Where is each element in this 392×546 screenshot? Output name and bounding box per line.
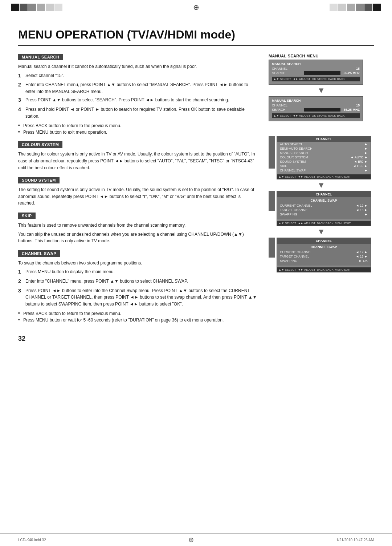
swap-menu2-channel-title: CHANNEL (277, 238, 371, 244)
channel-swap-steps: 1 Press MENU button to display the main … (18, 268, 258, 307)
manual-search-bullets: Press BACK button to return to the previ… (18, 122, 258, 136)
colour-system-section: COLOUR SYSTEM The setting for colour sys… (18, 141, 258, 171)
channel-swap-step-2: 2 Enter into "CHANNEL" menu, press POINT… (18, 278, 258, 286)
menu-adjust-text-2: ◄► ADJUST (293, 114, 310, 117)
menu-box2-controls: ▲▼ SELECT ◄► ADJUST OK STORE BACK BACK (272, 113, 360, 118)
main-content: MENU OPERATION (TV/AV/HDMI mode) MANUAL … (0, 13, 392, 357)
page-number-area: 32 (18, 335, 374, 343)
page-footer: LCD-K40.indd 32 ⊕ 1/21/2010 10:47:26 AM (0, 533, 392, 546)
manual-search-step-3: 3 Press POINT ▲▼ buttons to select "SEAR… (18, 97, 258, 104)
skip-body2: You can skip the unused or undesired cha… (18, 231, 258, 244)
menu-controls-text-1: ▲▼ SELECT (273, 77, 291, 81)
swap-menu1-controls: ▲▼ SELECT ◄► ADJUST BACK BACK MENU EXIT (277, 221, 371, 226)
menu-box2-channel-row: CHANNEL 15 (272, 104, 360, 107)
channel-swap-body: To swap the channels between two stored … (18, 260, 258, 267)
arrow-down-1: ▼ (269, 86, 374, 95)
manual-search-body1: Manual search a channel if it cannot be … (18, 63, 258, 70)
search-bar-1 (304, 71, 340, 75)
channel-swap-step-1: 1 Press MENU button to display the main … (18, 268, 258, 276)
mark-9 (347, 4, 355, 11)
menu-box1-search-row: SEARCH 55.25 MHZ (272, 71, 360, 75)
page-title: MENU OPERATION (TV/AV/HDMI mode) (18, 28, 374, 41)
swap-menu2-color-block (269, 238, 275, 258)
mark-5 (46, 4, 54, 11)
mark-1 (11, 4, 19, 11)
channel-swap-bullets: Press BACK button to return to the previ… (18, 310, 258, 323)
mark-2 (20, 4, 28, 11)
colour-system-header: COLOUR SYSTEM (18, 141, 62, 148)
menu-box2-title: MANUAL SEARCH (272, 99, 360, 102)
swap-menu1-channel-title: CHANNEL (277, 191, 371, 197)
channel-menu-colour-system: COLOUR SYSTEM ◄ AUTO ► (277, 155, 371, 159)
swap-menu1-color-block (269, 191, 275, 211)
left-column: MANUAL SEARCH Manual search a channel if… (18, 54, 258, 328)
top-marks: ⊕ (0, 0, 392, 12)
search-bar-2 (304, 108, 340, 112)
channel-menu-title: CHANNEL (277, 136, 371, 142)
manual-search-steps: 1 Select channel "15". 2 Enter into CHAN… (18, 72, 258, 120)
colour-system-body: The setting for colour system is only ac… (18, 151, 258, 171)
footer-date-info: 1/21/2010 10:47:26 AM (336, 538, 374, 542)
channel-swap-header: CHANNEL SWAP (18, 250, 60, 257)
sound-system-section: SOUND SYSTEM The setting for sound syste… (18, 177, 258, 207)
menu-adjust-text-1: ◄► ADJUST (293, 77, 310, 81)
menu-box2-search-row: SEARCH 55.25 MHZ (272, 108, 360, 112)
two-column-layout: MANUAL SEARCH Manual search a channel if… (18, 54, 374, 328)
mark-6 (54, 4, 62, 11)
swap-menu2-controls: ▲▼ SELECT ◄► ADJUST BACK BACK MENU EXIT (277, 267, 371, 272)
footer-file-info: LCD-K40.indd 32 (18, 538, 46, 542)
channel-swap-bullet-1: Press BACK button to return to the previ… (18, 310, 258, 317)
manual-search-bullet-1: Press BACK button to return to the previ… (18, 122, 258, 129)
arrow-down-2: ▼ (269, 181, 374, 190)
mark-12 (373, 4, 381, 11)
manual-search-step-1: 1 Select channel "15". (18, 72, 258, 80)
mark-8 (338, 4, 346, 11)
skip-header: SKIP (18, 213, 36, 219)
channel-menu-skip: SKIP ◄ OFF ► (277, 164, 371, 168)
mark-3 (28, 4, 36, 11)
swap-menu1-current-channel: CURRENT CHANNEL ◄ 12 ► (280, 204, 368, 207)
skip-body1: This feature is used to remove unwanted … (18, 222, 258, 229)
menu-back-text-1: BACK BACK (328, 77, 345, 81)
menu-back-text-2: BACK BACK (328, 114, 345, 117)
manual-search-menu-box1: MANUAL SEARCH CHANNEL 15 SEARCH 55.25 MH… (269, 60, 363, 85)
manual-search-menu-box2: MANUAL SEARCH CHANNEL 15 SEARCH 55.25 MH… (269, 96, 363, 121)
skip-section: SKIP This feature is used to remove unwa… (18, 213, 258, 244)
menu-box1-title: MANUAL SEARCH (272, 62, 360, 66)
channel-menu-channel-swap: CHANNEL SWAP ► (277, 168, 371, 173)
swap-menu2-current-channel: CURRENT CHANNEL ◄ 12 ► (280, 250, 368, 254)
manual-search-header: MANUAL SEARCH (18, 54, 63, 60)
swap-menu2-target-channel: TARGET CHANNEL ◄ 16 ► (280, 255, 368, 258)
title-underline (18, 45, 374, 47)
manual-search-bullet-2: Press MENU button to exit menu operation… (18, 129, 258, 136)
channel-swap-bullet-2: Press MENU button or wait for 5~60 secon… (18, 317, 258, 323)
swap-menu1-subtitle: CHANNEL SWAP (280, 199, 368, 202)
menu-box1-channel-row: CHANNEL 15 (272, 67, 360, 70)
menu-controls-text-2: ▲▼ SELECT (273, 114, 291, 117)
manual-search-section: MANUAL SEARCH Manual search a channel if… (18, 54, 258, 136)
right-column: MANUAL SEARCH MENU MANUAL SEARCH CHANNEL… (269, 54, 374, 272)
swap-menu1-target-channel: TARGET CHANNEL ◄ 16 ► (280, 208, 368, 212)
channel-menu-panel: CHANNEL AUTO SEARCH ► SEMI-AUTO SEARCH ►… (269, 136, 374, 179)
channel-swap-menu2-box: CHANNEL CHANNEL SWAP CURRENT CHANNEL ◄ 1… (277, 238, 371, 272)
channel-swap-section: CHANNEL SWAP To swap the channels betwee… (18, 250, 258, 324)
mark-4 (37, 4, 45, 11)
channel-swap-step-3: 3 Press POINT ◄► buttons to enter into t… (18, 287, 258, 308)
manual-search-step-4: 4 Press and hold POINT ◄ or POINT ► butt… (18, 106, 258, 120)
channel-menu-semi-auto: SEMI-AUTO SEARCH ► (277, 146, 371, 151)
swap-menu2-inner: CHANNEL SWAP CURRENT CHANNEL ◄ 12 ► TARG… (277, 244, 371, 266)
swap-menu2-swapping: SWAPPING ► OK (280, 259, 368, 263)
mark-7 (330, 4, 338, 11)
channel-menu-manual-search: MANUAL SEARCH ► (277, 151, 371, 155)
channel-menu-auto-search: AUTO SEARCH ► (277, 142, 371, 146)
page-number: 32 (18, 335, 25, 342)
mark-11 (364, 4, 372, 11)
swap-menu1-swapping: SWAPPING ► (280, 213, 368, 216)
channel-menu-color-block (269, 136, 275, 169)
mark-10 (356, 4, 364, 11)
menu-ok-text-2: OK STORE (312, 114, 327, 117)
sound-system-header: SOUND SYSTEM (18, 177, 60, 183)
manual-search-step-2: 2 Enter into CHANNEL menu, press POINT ▲… (18, 81, 258, 95)
channel-menu-box: CHANNEL AUTO SEARCH ► SEMI-AUTO SEARCH ►… (277, 136, 371, 179)
right-col-spacer (269, 121, 374, 136)
